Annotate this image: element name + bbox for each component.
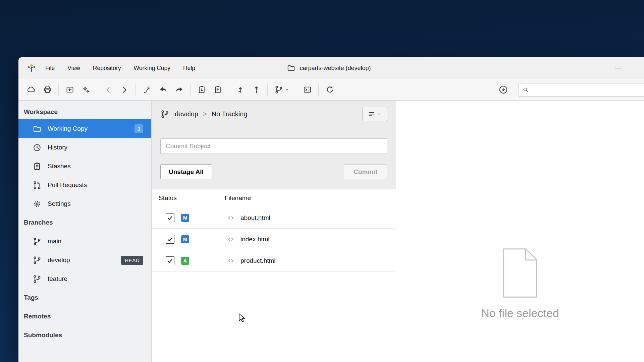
code-file-icon (226, 235, 235, 244)
menu-help[interactable]: Help (183, 65, 195, 72)
clipboard-icon (33, 162, 42, 171)
search-icon (522, 86, 529, 93)
window-title: carparts-website (develop) (286, 57, 371, 79)
menu-view[interactable]: View (67, 65, 80, 72)
search-box[interactable] (519, 83, 644, 97)
breadcrumb-tracking-status: No Tracking (212, 110, 248, 118)
sparkles-icon[interactable] (78, 82, 94, 98)
folder-icon (33, 124, 42, 133)
menu-file[interactable]: File (45, 65, 55, 72)
branch-label: develop (48, 256, 70, 264)
pull-icon[interactable] (232, 82, 248, 98)
sidebar-branch-feature[interactable]: feature (18, 269, 151, 288)
head-badge: HEAD (121, 256, 143, 265)
tags-header[interactable]: Tags (18, 288, 151, 307)
filename: about.html (240, 214, 270, 222)
sidebar-branch-main[interactable]: main (18, 232, 151, 251)
sidebar-item-working-copy[interactable]: Working Copy 3 (18, 119, 151, 138)
commit-panel: develop > No Tracking Unstage All Commit (152, 101, 396, 362)
toolbar-separator (58, 83, 59, 96)
stage-checkbox[interactable] (166, 256, 174, 265)
refresh-icon[interactable] (322, 82, 338, 98)
toolbar-separator (97, 83, 97, 96)
menu-repository[interactable]: Repository (93, 65, 121, 72)
table-row[interactable]: M about.html (152, 207, 396, 229)
branch-icon (160, 110, 169, 119)
minimize-button[interactable] (612, 63, 625, 73)
chevron-down-icon (377, 112, 381, 116)
branch-icon (33, 256, 42, 265)
push-icon[interactable] (248, 82, 264, 98)
stash-pop-icon[interactable] (210, 82, 226, 98)
gear-icon (33, 199, 42, 208)
pending-count-badge: 3 (135, 124, 143, 133)
empty-document-icon (500, 247, 540, 299)
sidebar-item-stashes[interactable]: Stashes (18, 157, 151, 176)
check-icon (167, 236, 173, 243)
toolbar-separator (229, 83, 229, 96)
workspace-header: Workspace (18, 105, 151, 119)
back-icon[interactable] (100, 82, 116, 98)
status-badge: M (181, 235, 189, 243)
sidebar-item-label: Stashes (48, 163, 71, 170)
column-header-filename: Filename (219, 189, 251, 207)
toolbar-separator (190, 83, 191, 96)
view-options-button[interactable] (362, 107, 387, 121)
branch-label: feature (48, 275, 67, 283)
remotes-header[interactable]: Remotes (18, 307, 151, 326)
branch-menu-icon[interactable] (271, 82, 293, 98)
filename: index.html (240, 236, 270, 243)
printer-icon[interactable] (39, 82, 55, 98)
branch-icon (33, 275, 42, 284)
pull-request-icon (33, 181, 42, 190)
check-icon (167, 215, 173, 221)
submodules-header[interactable]: Submodules (18, 326, 151, 345)
filename: product.html (240, 257, 276, 264)
discard-icon[interactable] (155, 82, 171, 98)
sidebar-item-label: History (48, 144, 67, 151)
file-preview-panel: No file selected (396, 101, 644, 362)
checkout-icon[interactable] (139, 82, 155, 98)
repo-folder-icon (286, 64, 295, 72)
cloud-icon[interactable] (23, 82, 39, 98)
code-file-icon (226, 214, 235, 222)
toolbar-separator (318, 83, 319, 96)
branch-label: main (48, 238, 61, 245)
column-header-status: Status (152, 189, 219, 207)
table-header: Status Filename (152, 189, 396, 207)
table-row[interactable]: A product.html (152, 250, 396, 272)
stage-checkbox[interactable] (166, 214, 174, 222)
sidebar-item-label: Settings (48, 200, 71, 207)
commit-subject-input[interactable] (160, 138, 387, 154)
menu-working-copy[interactable]: Working Copy (133, 65, 170, 72)
branch-icon (33, 237, 42, 246)
unstage-all-button[interactable]: Unstage All (160, 164, 212, 179)
status-badge: A (181, 257, 189, 265)
toolbar-separator (296, 83, 296, 96)
breadcrumb-branch[interactable]: develop (175, 110, 198, 118)
terminal-icon[interactable] (299, 82, 315, 98)
sidebar-item-settings[interactable]: Settings (18, 194, 151, 213)
open-tab-icon[interactable] (62, 82, 78, 98)
forward-icon[interactable] (116, 82, 132, 98)
check-icon (167, 257, 173, 264)
sidebar: Workspace Working Copy 3 History Stashes (18, 101, 152, 362)
table-row[interactable]: M index.html (152, 229, 396, 250)
no-file-selected-text: No file selected (481, 307, 559, 320)
stage-checkbox[interactable] (166, 235, 174, 244)
sidebar-item-history[interactable]: History (18, 138, 151, 157)
commit-button[interactable]: Commit (344, 164, 387, 179)
titlebar: File View Repository Working Copy Help c… (18, 57, 644, 79)
stash-save-icon[interactable] (194, 82, 210, 98)
breadcrumb: develop > No Tracking (152, 101, 396, 127)
app-window: File View Repository Working Copy Help c… (18, 57, 644, 362)
apply-icon[interactable] (171, 82, 187, 98)
sidebar-item-pull-requests[interactable]: Pull Requests (18, 176, 151, 194)
sidebar-branch-develop[interactable]: develop HEAD (18, 251, 151, 269)
staged-files-table: Status Filename M about.html (152, 189, 396, 362)
branches-header: Branches (18, 213, 151, 232)
toolbar-separator (136, 83, 136, 96)
download-icon[interactable] (495, 82, 511, 98)
search-input[interactable] (532, 86, 644, 93)
menubar: File View Repository Working Copy Help (45, 65, 195, 72)
